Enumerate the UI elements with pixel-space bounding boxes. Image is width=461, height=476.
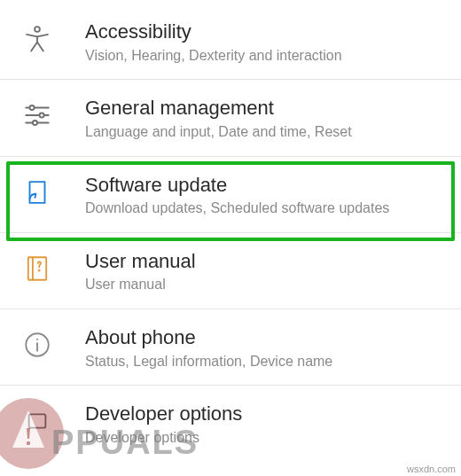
svg-rect-13 <box>29 415 46 428</box>
accessibility-icon <box>20 21 55 57</box>
developer-icon <box>20 403 55 439</box>
settings-item-software-update[interactable]: Software update Download updates, Schedu… <box>0 157 461 233</box>
settings-item-sub: User manual <box>85 276 445 294</box>
settings-item-title: About phone <box>85 325 445 350</box>
svg-point-4 <box>40 113 44 118</box>
settings-list: Accessibility Vision, Hearing, Dexterity… <box>0 0 461 462</box>
update-icon <box>20 175 55 210</box>
settings-item-sub: Download updates, Scheduled software upd… <box>85 199 445 218</box>
info-icon <box>20 327 55 363</box>
settings-item-sub: Vision, Hearing, Dexterity and interacti… <box>85 47 445 66</box>
settings-item-title: Accessibility <box>85 20 445 44</box>
svg-point-9 <box>39 270 40 271</box>
settings-item-text: User manual User manual <box>85 247 445 294</box>
settings-item-developer-options[interactable]: Developer options Developer options <box>0 386 461 461</box>
settings-item-text: General management Language and input, D… <box>85 94 445 141</box>
settings-item-text: Accessibility Vision, Hearing, Dexterity… <box>85 18 445 65</box>
settings-item-sub: Language and input, Date and time, Reset <box>85 123 445 142</box>
settings-item-title: User manual <box>85 249 445 274</box>
svg-point-6 <box>33 121 37 125</box>
settings-item-sub: Developer options <box>85 429 445 448</box>
svg-point-2 <box>30 105 35 110</box>
manual-icon <box>20 251 55 286</box>
settings-item-accessibility[interactable]: Accessibility Vision, Hearing, Dexterity… <box>0 4 461 80</box>
settings-item-title: General management <box>85 96 445 121</box>
settings-item-general-management[interactable]: General management Language and input, D… <box>0 80 461 156</box>
settings-item-about-phone[interactable]: About phone Status, Legal information, D… <box>0 309 461 386</box>
svg-rect-7 <box>28 257 46 280</box>
settings-item-user-manual[interactable]: User manual User manual <box>0 233 461 309</box>
settings-item-sub: Status, Legal information, Device name <box>85 353 445 371</box>
svg-point-0 <box>35 27 40 32</box>
svg-point-11 <box>36 339 38 340</box>
settings-item-text: Software update Download updates, Schedu… <box>85 171 445 218</box>
sliders-icon <box>20 98 55 133</box>
credit-text: wsxdn.com <box>407 464 456 474</box>
settings-item-title: Software update <box>85 173 445 198</box>
settings-item-text: Developer options Developer options <box>85 400 445 447</box>
settings-item-title: Developer options <box>85 402 445 426</box>
settings-item-text: About phone Status, Legal information, D… <box>85 324 445 371</box>
